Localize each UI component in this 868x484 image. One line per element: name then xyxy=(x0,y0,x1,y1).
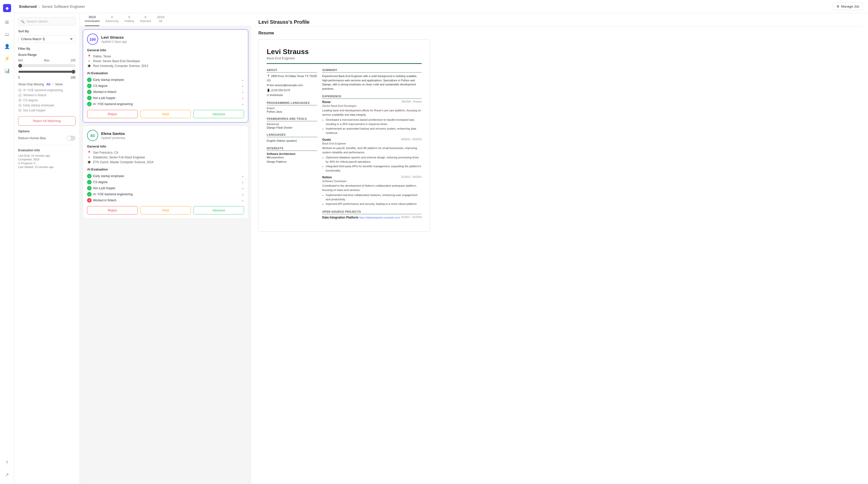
exp-gusto-bullets: Optimized database queries and schema de… xyxy=(322,155,422,173)
candidate-card-1[interactable]: 100 Levi Strauss Applied 2 days ago Gene… xyxy=(83,29,248,122)
nav-help-icon[interactable]: ? xyxy=(2,458,12,468)
ai-eval-2: AI Evaluation ✓ Early startup employee ▲… xyxy=(87,168,244,203)
tab-rejected[interactable]: 0 Rejected xyxy=(140,15,151,26)
exp-rover-bullets: Developed a microservices-based architec… xyxy=(322,118,422,135)
exp-notion: Notion 01/2013 - 03/2015 Software Develo… xyxy=(322,176,422,206)
resume-summary-text: Experienced Back-End Engineer with a sol… xyxy=(322,74,422,91)
tabs-bar: 3919 Unreviewed 0 Advancing 0 Holding 0 … xyxy=(80,13,251,26)
resume-right-col: Summary Experienced Back-End Engineer wi… xyxy=(322,68,422,223)
nav-export-icon[interactable]: ↗ xyxy=(2,470,12,480)
reject-all-button[interactable]: Reject All Matching xyxy=(18,116,75,125)
nav-briefcase-icon[interactable]: 🗂 xyxy=(2,29,12,39)
nav-bottom: ? ↗ xyxy=(2,458,12,480)
show-missing-row: Show Only Missing All / None xyxy=(18,82,75,86)
general-info-1: General Info 📍 Dallas, Texas ✦ Rover, Se… xyxy=(87,48,244,68)
filter-by-label: Filter By xyxy=(18,47,75,51)
reject-button-1[interactable]: Reject xyxy=(87,110,138,118)
advance-button-1[interactable]: Advance xyxy=(193,110,244,118)
criteria-item-2: Worked in fintech xyxy=(18,93,75,97)
frameworks-advanced-skills: Django Flask Docker xyxy=(267,126,317,129)
tab-holding[interactable]: 0 Holding xyxy=(124,15,134,26)
nav-person-icon[interactable]: 👤 xyxy=(2,41,12,52)
exp-oss-header: Data Integration Platform https://datain… xyxy=(322,216,422,219)
check-2-3: ✓ xyxy=(87,186,92,191)
app-logo[interactable]: ◆ xyxy=(3,4,11,12)
location-icon-1: 📍 xyxy=(87,55,91,58)
resume-languages-label: Languages xyxy=(267,133,317,137)
options-section: Options Reduce Human Bias xyxy=(18,130,75,141)
company-row-1: ✦ Rover, Senior Back-End Developer xyxy=(87,59,244,63)
criteria-item-5: Not a job hopper xyxy=(18,109,75,112)
candidate-applied-2: Applied yesterday xyxy=(101,136,125,140)
content-area: 🔍 Sort By Criteria Match ⇅ Filter By Sco… xyxy=(14,13,868,484)
check-1-5: ✓ xyxy=(87,102,92,106)
eval-last-started: Last Started: 15 minutes ago xyxy=(18,166,75,169)
resume-document: Levi Strauss Back-End Engineer About 📍 2… xyxy=(258,39,430,232)
advance-button-2[interactable]: Advance xyxy=(193,206,244,215)
resume-interests-sub: MicroservicesDesign Patterns xyxy=(267,155,317,164)
chevron-2-5: ▲ xyxy=(242,199,244,202)
tab-advancing[interactable]: 0 Advancing xyxy=(105,15,118,26)
location-icon-2: 📍 xyxy=(87,151,91,154)
resume-doc-header: Levi Strauss Back-End Engineer xyxy=(267,48,422,64)
chevron-1-4: ▲ xyxy=(242,97,244,99)
resume-social: ⊙ levistrauss xyxy=(267,93,317,97)
score-badge-2: 83 xyxy=(87,130,98,141)
breadcrumb: Endorsed › Senior Software Engineer xyxy=(19,4,833,8)
nav-chart-icon[interactable]: 📊 xyxy=(2,66,12,76)
nav-lightning-icon[interactable]: ⚡ xyxy=(2,54,12,64)
resume-summary-label: Summary xyxy=(322,68,422,73)
ai-eval-label-1: AI Evaluation xyxy=(87,71,244,75)
show-missing-none[interactable]: None xyxy=(54,82,64,86)
breadcrumb-current: Senior Software Engineer xyxy=(42,4,85,8)
exp-notion-bullets: Implemented real-time collaboration feat… xyxy=(322,193,422,206)
chevron-1-2: ▲ xyxy=(242,85,244,87)
resume-frameworks: Frameworks and Tools Advanced Django Fla… xyxy=(267,117,317,129)
ai-eval-1: AI Evaluation ✓ Early startup employee ▲… xyxy=(87,71,244,106)
reject-button-2[interactable]: Reject xyxy=(87,206,138,215)
ai-eval-label-2: AI Evaluation xyxy=(87,168,244,171)
general-info-2: General Info 📍 San Francisco, CA ✦ Datab… xyxy=(87,144,244,164)
resume-email: ✉ levi.strauss@example.com xyxy=(267,83,317,87)
hold-button-2[interactable]: Hold xyxy=(140,206,191,215)
education-row-1: 🎓 Rice University, Computer Science, 201… xyxy=(87,64,244,68)
search-icon: 🔍 xyxy=(21,20,25,23)
candidate-card-2[interactable]: 83 Elena Santos Applied yesterday Genera… xyxy=(83,125,248,219)
resume-language: English (Native speaker) xyxy=(267,139,317,143)
sort-by-label: Sort By xyxy=(18,30,75,33)
reduce-bias-toggle[interactable] xyxy=(66,136,75,141)
resume-interests-value: Software Architecture xyxy=(267,152,317,155)
tab-unreviewed[interactable]: 3919 Unreviewed xyxy=(85,15,99,26)
hold-button-1[interactable]: Hold xyxy=(140,110,191,118)
eval-last-eval: Last Eval: 14 minutes ago xyxy=(18,154,75,157)
resume-open-source-label: Open Source Projects xyxy=(322,210,422,214)
resume-about: About 📍 2890 Knox St Dallas Texas TX 752… xyxy=(267,68,317,97)
main-container: Endorsed › Senior Software Engineer ⚙ Ma… xyxy=(14,0,868,484)
topbar: Endorsed › Senior Software Engineer ⚙ Ma… xyxy=(14,0,868,13)
middle-panel: 3919 Unreviewed 0 Advancing 0 Holding 0 … xyxy=(80,13,251,484)
chevron-2-4: ▲ xyxy=(242,193,244,196)
manage-job-button[interactable]: ⚙ Manage Job xyxy=(833,2,863,10)
score-range-label: Score Range xyxy=(18,53,75,57)
search-input[interactable] xyxy=(18,17,75,26)
candidate-info-2: Elena Santos Applied yesterday xyxy=(101,131,125,140)
score-range-min-slider[interactable] xyxy=(18,64,75,68)
criteria-dot-1 xyxy=(18,88,22,92)
eval-row-2-5: ✗ Worked in fintech ▲ xyxy=(87,198,244,203)
show-missing-all[interactable]: All xyxy=(45,82,51,86)
criteria-item-3: CS degree xyxy=(18,98,75,102)
resume-candidate-title: Back-End Engineer xyxy=(267,56,422,60)
criteria-dot-4 xyxy=(18,104,22,107)
resume-prog-langs-label: Programming Languages xyxy=(267,101,317,105)
sort-select[interactable]: Criteria Match ⇅ xyxy=(18,35,75,43)
resume-open-source: Open Source Projects Data Integration Pl… xyxy=(322,210,422,219)
nav-grid-icon[interactable]: ⊞ xyxy=(2,17,12,27)
criteria-item-4: Early startup employee xyxy=(18,104,75,107)
briefcase-icon-1: ✦ xyxy=(87,59,91,63)
score-range-max-slider[interactable] xyxy=(18,70,75,74)
resume-label: Resume xyxy=(258,31,861,35)
left-panel: 🔍 Sort By Criteria Match ⇅ Filter By Sco… xyxy=(14,13,80,484)
resume-body: About 📍 2890 Knox St Dallas Texas TX 752… xyxy=(267,68,422,223)
criteria-dot-5 xyxy=(18,109,22,112)
tab-all[interactable]: 3919 All xyxy=(157,15,164,26)
